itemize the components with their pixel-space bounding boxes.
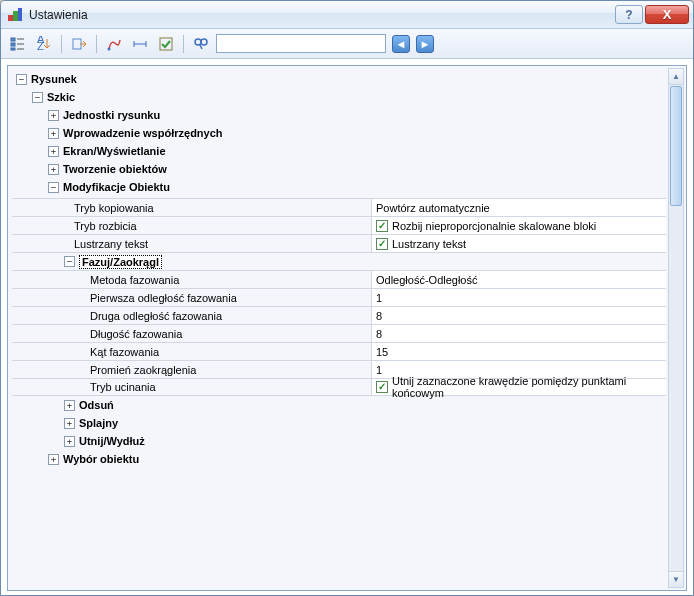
prop-label: Pierwsza odległość fazowania [12, 292, 237, 304]
prop-row-metoda[interactable]: Metoda fazowania Odległość-Odległość [12, 270, 666, 288]
prop-row-dlugosc[interactable]: Długość fazowania 8 [12, 324, 666, 342]
prop-label: Kąt fazowania [12, 346, 159, 358]
tree-node-wspolrzedne[interactable]: +Wprowadzenie współrzędnych [12, 124, 666, 142]
toolbar: AZ ◄ ► [1, 29, 693, 59]
prop-row-kat[interactable]: Kąt fazowania 15 [12, 342, 666, 360]
prop-row-lustrzany[interactable]: Lustrzany tekst Lustrzany tekst [12, 234, 666, 252]
prop-label: Promień zaokrąglenia [12, 364, 196, 376]
window-title: Ustawienia [29, 8, 613, 22]
find-icon[interactable] [190, 33, 212, 55]
close-button[interactable]: X [645, 5, 689, 24]
prop-row-tryb-ucinania[interactable]: Tryb ucinania Utnij zaznaczone krawędzie… [12, 378, 666, 396]
prop-value: 1 [376, 292, 382, 304]
export-icon[interactable] [68, 33, 90, 55]
svg-point-18 [201, 39, 207, 45]
apply-icon[interactable] [155, 33, 177, 55]
expand-icon[interactable]: + [48, 110, 59, 121]
sort-icon[interactable]: AZ [33, 33, 55, 55]
tree-area: −Rysunek −Szkic +Jednostki rysunku +Wpro… [12, 70, 666, 586]
prop-value: Lustrzany tekst [392, 238, 466, 250]
tree-node-utnij[interactable]: +Utnij/Wydłuż [12, 432, 666, 450]
scroll-up-icon[interactable]: ▲ [669, 69, 683, 85]
tree-node-rysunek[interactable]: −Rysunek [12, 70, 666, 88]
checkbox-icon[interactable] [376, 381, 388, 393]
settings-window: Ustawienia ? X AZ ◄ ► −Rysunek −Szkic +J… [0, 0, 694, 596]
tree-label: Utnij/Wydłuż [79, 435, 145, 447]
expand-icon[interactable]: + [48, 454, 59, 465]
tree-label: Splajny [79, 417, 118, 429]
close-icon: X [663, 7, 672, 22]
vertical-scrollbar[interactable]: ▲ ▼ [668, 68, 684, 588]
prop-label: Długość fazowania [12, 328, 182, 340]
prop-label: Tryb kopiowania [12, 202, 154, 214]
prop-value: 1 [376, 364, 382, 376]
scroll-thumb[interactable] [670, 86, 682, 206]
tree-label: Modyfikacje Obiektu [63, 181, 170, 193]
drawing-icon[interactable] [103, 33, 125, 55]
prop-value: Powtórz automatycznie [376, 202, 490, 214]
app-icon [7, 7, 23, 23]
arrow-right-icon: ► [420, 38, 431, 50]
prop-value: Rozbij nieproporcjonalnie skalowane blok… [392, 220, 596, 232]
prop-value: Utnij zaznaczone krawędzie pomiędzy punk… [392, 375, 662, 399]
toolbar-separator [183, 35, 184, 53]
prop-row-pierwsza[interactable]: Pierwsza odległość fazowania 1 [12, 288, 666, 306]
tree-label: Jednostki rysunku [63, 109, 160, 121]
svg-rect-16 [160, 38, 172, 50]
tree-node-jednostki[interactable]: +Jednostki rysunku [12, 106, 666, 124]
expand-icon[interactable]: + [64, 436, 75, 447]
expand-icon[interactable]: + [48, 128, 59, 139]
dimension-icon[interactable] [129, 33, 151, 55]
prop-value: Odległość-Odległość [376, 274, 478, 286]
search-prev-button[interactable]: ◄ [392, 35, 410, 53]
checkbox-icon[interactable] [376, 238, 388, 250]
svg-rect-11 [73, 39, 81, 49]
tree-label: Szkic [47, 91, 75, 103]
svg-point-12 [108, 47, 111, 50]
tree-label: Tworzenie obiektów [63, 163, 167, 175]
help-button[interactable]: ? [615, 5, 643, 24]
expand-icon[interactable]: + [64, 400, 75, 411]
prop-value: 15 [376, 346, 388, 358]
checkbox-icon[interactable] [376, 220, 388, 232]
prop-label: Tryb rozbicia [12, 220, 137, 232]
tree-node-splajny[interactable]: +Splajny [12, 414, 666, 432]
svg-rect-1 [13, 11, 18, 21]
tree-node-tworzenie[interactable]: +Tworzenie obiektów [12, 160, 666, 178]
tree-node-szkic[interactable]: −Szkic [12, 88, 666, 106]
prop-row-druga[interactable]: Druga odległość fazowania 8 [12, 306, 666, 324]
toolbar-separator [61, 35, 62, 53]
content-wrapper: −Rysunek −Szkic +Jednostki rysunku +Wpro… [1, 59, 693, 596]
collapse-icon[interactable]: − [16, 74, 27, 85]
prop-value: 8 [376, 328, 382, 340]
collapse-icon[interactable]: − [32, 92, 43, 103]
search-next-button[interactable]: ► [416, 35, 434, 53]
tree-label: Ekran/Wyświetlanie [63, 145, 166, 157]
tree-label: Fazuj/Zaokrągl [79, 255, 162, 269]
scroll-down-icon[interactable]: ▼ [669, 571, 683, 587]
svg-point-17 [195, 39, 201, 45]
expand-icon[interactable]: + [48, 146, 59, 157]
svg-rect-0 [8, 15, 13, 21]
prop-row-tryb-rozbicia[interactable]: Tryb rozbicia Rozbij nieproporcjonalnie … [12, 216, 666, 234]
categorize-icon[interactable] [7, 33, 29, 55]
tree-node-modyfikacje[interactable]: −Modyfikacje Obiektu [12, 178, 666, 196]
tree-label: Wybór obiektu [63, 453, 139, 465]
expand-icon[interactable]: + [64, 418, 75, 429]
collapse-icon[interactable]: − [64, 256, 75, 267]
tree-node-ekran[interactable]: +Ekran/Wyświetlanie [12, 142, 666, 160]
content-panel: −Rysunek −Szkic +Jednostki rysunku +Wpro… [7, 65, 687, 591]
prop-label: Druga odległość fazowania [12, 310, 222, 322]
search-input[interactable] [216, 34, 386, 53]
svg-rect-2 [18, 8, 22, 21]
prop-value: 8 [376, 310, 382, 322]
tree-label: Rysunek [31, 73, 77, 85]
tree-node-wybor[interactable]: +Wybór obiektu [12, 450, 666, 468]
expand-icon[interactable]: + [48, 164, 59, 175]
arrow-left-icon: ◄ [396, 38, 407, 50]
prop-row-tryb-kopiowania[interactable]: Tryb kopiowania Powtórz automatycznie [12, 198, 666, 216]
tree-label: Wprowadzenie współrzędnych [63, 127, 223, 139]
collapse-icon[interactable]: − [48, 182, 59, 193]
prop-label: Lustrzany tekst [12, 238, 148, 250]
tree-node-fazuj[interactable]: −Fazuj/Zaokrągl [12, 252, 666, 270]
